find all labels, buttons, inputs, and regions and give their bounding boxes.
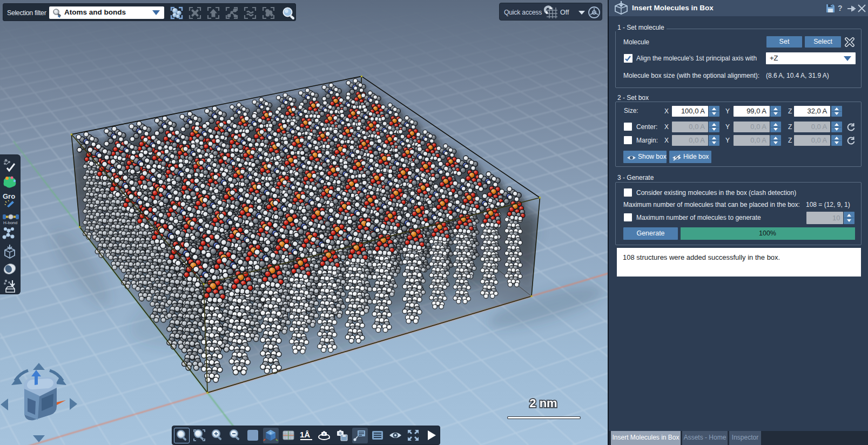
- svg-text:Gro: Gro: [3, 192, 15, 200]
- svg-text:H-bond: H-bond: [3, 220, 17, 225]
- svg-text:1Å: 1Å: [300, 430, 310, 439]
- svg-text:2 nm: 2 nm: [529, 396, 557, 410]
